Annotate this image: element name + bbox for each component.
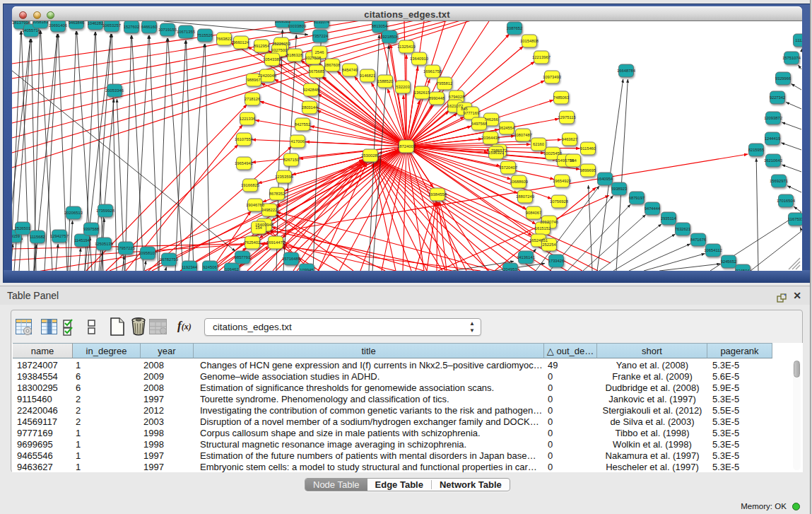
svg-text:10807487: 10807487 <box>514 133 532 137</box>
svg-text:8131074: 8131074 <box>314 21 330 24</box>
svg-text:11325419: 11325419 <box>397 45 415 49</box>
svg-text:2526501: 2526501 <box>15 226 31 230</box>
svg-text:16210643: 16210643 <box>764 158 782 163</box>
svg-text:20364436: 20364436 <box>481 136 500 140</box>
svg-text:10654112: 10654112 <box>704 248 722 252</box>
svg-text:18724007: 18724007 <box>397 144 416 148</box>
svg-text:2935114: 2935114 <box>661 216 677 221</box>
svg-text:9463846: 9463846 <box>69 21 85 25</box>
svg-text:2718126: 2718126 <box>245 97 261 101</box>
svg-text:924506: 924506 <box>203 265 216 269</box>
svg-text:7663822: 7663822 <box>216 37 233 41</box>
svg-text:1527602: 1527602 <box>124 25 140 29</box>
svg-text:11124: 11124 <box>795 38 802 42</box>
svg-text:8186328: 8186328 <box>287 53 303 57</box>
svg-text:62160: 62160 <box>533 142 544 146</box>
svg-text:6879197: 6879197 <box>629 196 645 200</box>
svg-text:10154808: 10154808 <box>520 39 539 43</box>
svg-text:9857791: 9857791 <box>235 255 251 259</box>
svg-text:1733426: 1733426 <box>548 259 565 263</box>
svg-text:964: 964 <box>570 158 577 163</box>
svg-text:25300285: 25300285 <box>361 153 379 158</box>
svg-text:7357224: 7357224 <box>312 34 329 38</box>
svg-text:204953: 204953 <box>503 267 517 271</box>
svg-text:1003522: 1003522 <box>275 21 291 23</box>
svg-text:1221336: 1221336 <box>240 117 256 121</box>
svg-text:15716485: 15716485 <box>282 257 300 261</box>
svg-text:6466160: 6466160 <box>141 25 158 29</box>
svg-text:154: 154 <box>255 226 262 230</box>
svg-text:14055714: 14055714 <box>22 28 41 33</box>
svg-text:8813054: 8813054 <box>372 24 388 28</box>
svg-text:2087652: 2087652 <box>507 26 523 30</box>
svg-text:1596321: 1596321 <box>488 151 505 155</box>
svg-text:15720407: 15720407 <box>499 165 517 170</box>
svg-text:22420046: 22420046 <box>258 74 276 78</box>
svg-text:25226053: 25226053 <box>272 42 290 46</box>
svg-text:14136141: 14136141 <box>517 255 535 259</box>
svg-text:17016504: 17016504 <box>777 199 796 203</box>
svg-text:5938923: 5938923 <box>611 187 628 191</box>
svg-text:1145194: 1145194 <box>74 238 90 243</box>
svg-text:15692971: 15692971 <box>770 179 788 183</box>
svg-text:9327500: 9327500 <box>271 48 288 52</box>
svg-text:10120746: 10120746 <box>540 220 558 224</box>
svg-text:2058183: 2058183 <box>33 21 49 24</box>
svg-text:6794028: 6794028 <box>449 95 465 99</box>
svg-text:12353594: 12353594 <box>275 175 294 179</box>
svg-text:19046780: 19046780 <box>246 203 264 207</box>
svg-text:10543382: 10543382 <box>263 57 281 62</box>
svg-text:19166825: 19166825 <box>241 183 259 187</box>
svg-text:18137994: 18137994 <box>12 21 31 25</box>
svg-text:12942757: 12942757 <box>50 234 69 238</box>
svg-text:12213967: 12213967 <box>532 55 551 59</box>
svg-text:20053346: 20053346 <box>105 88 124 93</box>
svg-text:9227342: 9227342 <box>770 95 786 100</box>
svg-text:1046282: 1046282 <box>88 21 104 25</box>
svg-text:10033809: 10033809 <box>288 24 306 28</box>
svg-text:15751074: 15751074 <box>782 56 801 60</box>
svg-text:10958107: 10958107 <box>139 251 157 255</box>
svg-text:1115682: 1115682 <box>30 235 45 239</box>
svg-text:12975115: 12975115 <box>558 115 575 119</box>
svg-text:19654942: 19654942 <box>235 161 253 165</box>
svg-text:19384554: 19384554 <box>428 192 447 197</box>
svg-text:8454749: 8454749 <box>342 68 358 72</box>
svg-text:924504: 924504 <box>736 269 750 271</box>
svg-text:1362615: 1362615 <box>414 90 430 95</box>
svg-text:6497568: 6497568 <box>471 122 488 126</box>
svg-text:9115460: 9115460 <box>580 146 596 151</box>
svg-text:16961758: 16961758 <box>423 69 442 74</box>
svg-text:9245652: 9245652 <box>721 259 737 264</box>
svg-text:19218506: 19218506 <box>380 35 399 39</box>
svg-text:9242848: 9242848 <box>303 88 319 92</box>
svg-text:16782759: 16782759 <box>160 257 178 262</box>
svg-text:8678352: 8678352 <box>269 192 286 196</box>
svg-text:1640954: 1640954 <box>597 177 613 181</box>
svg-text:8215955: 8215955 <box>748 148 765 152</box>
svg-text:9146821: 9146821 <box>360 74 376 78</box>
svg-text:10671355: 10671355 <box>177 30 195 34</box>
svg-text:9084067: 9084067 <box>526 211 542 215</box>
svg-text:20206513: 20206513 <box>64 211 83 215</box>
svg-text:9777169: 9777169 <box>464 111 480 115</box>
svg-text:7515526: 7515526 <box>197 33 213 37</box>
svg-text:9899695: 9899695 <box>580 168 596 173</box>
svg-text:5675685: 5675685 <box>309 69 325 74</box>
svg-text:8471676: 8471676 <box>690 238 707 242</box>
svg-text:16648784: 16648784 <box>617 69 636 73</box>
svg-text:17359928: 17359928 <box>96 209 114 213</box>
svg-text:3498222: 3498222 <box>261 208 278 212</box>
svg-text:7625402: 7625402 <box>245 240 261 245</box>
svg-text:2867608: 2867608 <box>324 63 341 67</box>
svg-text:9660124: 9660124 <box>233 40 249 45</box>
svg-text:417006: 417006 <box>290 139 304 144</box>
svg-text:9397588: 9397588 <box>83 227 100 231</box>
svg-text:12505135: 12505135 <box>95 242 113 246</box>
svg-text:1615152: 1615152 <box>535 226 551 230</box>
svg-text:106462: 106462 <box>225 267 238 271</box>
svg-text:9327508: 9327508 <box>305 56 322 60</box>
svg-text:8427552: 8427552 <box>295 122 311 127</box>
svg-text:10688609: 10688609 <box>510 180 528 184</box>
svg-text:19654923: 19654923 <box>553 179 571 183</box>
